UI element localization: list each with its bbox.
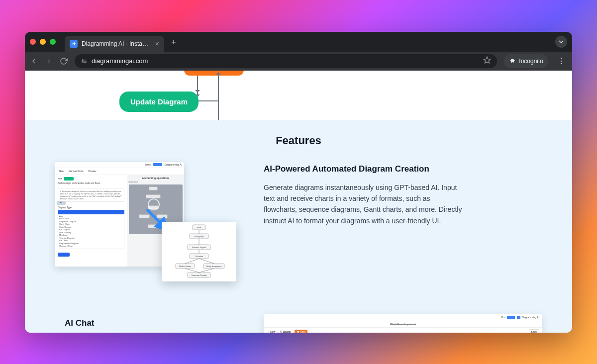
tab-favicon <box>70 40 78 48</box>
browser-window: Diagramming AI - Instantly De × + diagra… <box>25 32 572 333</box>
tab-title: Diagramming AI - Instantly De <box>82 40 151 47</box>
svg-marker-6 <box>484 57 491 63</box>
bookmark-icon[interactable] <box>483 56 491 66</box>
browser-menu-button[interactable]: ⋮ <box>555 56 567 66</box>
browser-tabbar: Diagramming AI - Instantly De × + <box>25 32 572 52</box>
svg-text:Generate Payslip: Generate Payslip <box>192 274 207 276</box>
feature-title-aichat: AI Chat <box>65 318 244 328</box>
site-info-icon[interactable] <box>81 58 88 65</box>
address-bar[interactable]: diagrammingai.com <box>75 54 497 68</box>
incognito-badge[interactable]: Incognito <box>504 54 548 68</box>
close-window-button[interactable] <box>30 39 36 45</box>
expand-tabs-button[interactable] <box>555 36 567 48</box>
features-heading: Features <box>25 134 572 147</box>
back-button[interactable] <box>30 57 38 65</box>
svg-text:Process Payroll: Process Payroll <box>192 246 206 249</box>
svg-text:Is Payday?: Is Payday? <box>194 235 204 238</box>
diagram-arrow <box>197 76 198 94</box>
svg-line-25 <box>185 259 199 264</box>
screenshot-aichat: Pro Diagramming AI Web Development + New… <box>264 314 542 333</box>
browser-tab[interactable]: Diagramming AI - Instantly De × <box>65 36 164 52</box>
window-controls <box>30 39 56 45</box>
reload-button[interactable] <box>60 57 68 65</box>
svg-text:Start: Start <box>197 226 201 229</box>
close-tab-icon[interactable]: × <box>155 40 159 48</box>
svg-point-5 <box>82 62 83 63</box>
page-content: Update Diagram Features StarterDiagrammi… <box>25 71 572 333</box>
feature-row-aichat: AI Chat Pro Diagramming AI Web Developme… <box>25 316 572 333</box>
update-diagram-button[interactable]: Update Diagram <box>119 91 199 112</box>
feature-text-automated: AI-Powered Automated Diagram Creation Ge… <box>264 162 542 227</box>
new-tab-button[interactable]: + <box>168 37 180 48</box>
feature-row-automated: StarterDiagramming AI NewMermaid CodePre… <box>25 162 572 316</box>
svg-text:Calculate: Calculate <box>195 255 203 258</box>
svg-text:Deduct Taxes: Deduct Taxes <box>179 265 191 268</box>
feature-screenshot-group: StarterDiagramming AI NewMermaid CodePre… <box>55 162 244 286</box>
svg-line-27 <box>185 269 199 273</box>
hero-diagram-fragment: Update Diagram <box>25 71 572 120</box>
svg-line-26 <box>199 259 214 264</box>
incognito-label: Incognito <box>519 58 543 65</box>
maximize-window-button[interactable] <box>50 39 56 45</box>
feature-body: Generate diagrams instantaneously using … <box>264 182 463 227</box>
diagram-node-orange <box>184 71 244 76</box>
svg-point-4 <box>82 59 83 60</box>
svg-line-28 <box>199 269 214 273</box>
url-text: diagrammingai.com <box>92 57 148 65</box>
browser-toolbar: diagrammingai.com Incognito ⋮ <box>25 52 572 71</box>
feature-title: AI-Powered Automated Diagram Creation <box>264 164 542 174</box>
svg-text:Notify Employees: Notify Employees <box>206 265 221 268</box>
minimize-window-button[interactable] <box>40 39 46 45</box>
features-section: Features StarterDiagramming AI NewMermai… <box>25 120 572 333</box>
forward-button[interactable] <box>45 57 53 65</box>
screenshot-flowchart: Start Is Payday? Process Payroll Calcula… <box>162 222 236 281</box>
